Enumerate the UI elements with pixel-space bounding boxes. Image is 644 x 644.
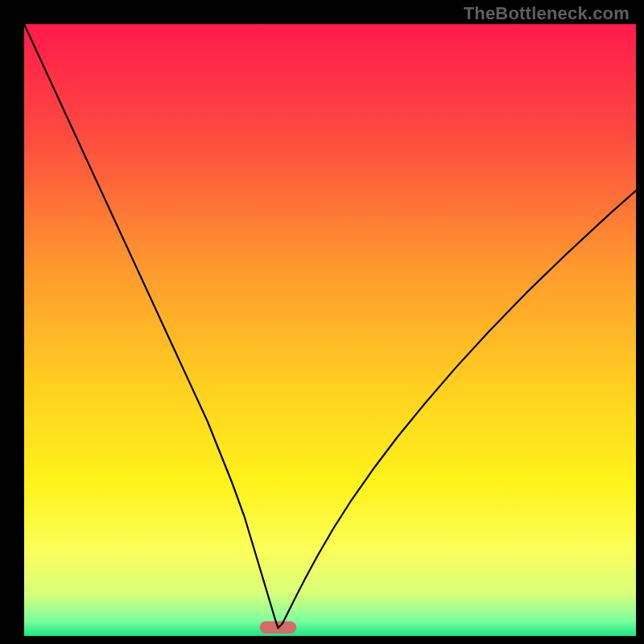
bottleneck-chart: [0, 0, 644, 644]
chart-background: [24, 24, 636, 636]
watermark-label: TheBottleneck.com: [464, 3, 630, 24]
chart-container: TheBottleneck.com: [0, 0, 644, 644]
